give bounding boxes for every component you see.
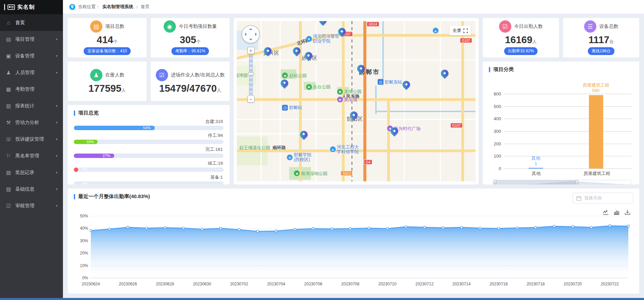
attendance-data-point[interactable]: [497, 227, 499, 229]
attendance-data-point[interactable]: [90, 229, 92, 231]
attendance-data-point[interactable]: [331, 228, 333, 230]
project-marker-icon[interactable]: ◆: [264, 47, 271, 55]
attendance-data-point[interactable]: [201, 228, 203, 230]
attendance-data-point[interactable]: [553, 225, 555, 227]
attendance-data-point[interactable]: [127, 226, 129, 228]
project-marker-icon[interactable]: ◆: [300, 131, 308, 138]
pan-down-icon[interactable]: [249, 39, 252, 40]
attendance-data-point[interactable]: [294, 228, 296, 230]
attendance-data-point[interactable]: [275, 230, 277, 232]
category-y-tick: 200: [494, 141, 501, 146]
category-bar-房屋建筑工程[interactable]: [589, 95, 603, 169]
calendar-check-icon: ☑: [156, 69, 168, 81]
sidebar-item-home[interactable]: ⌂首页: [0, 14, 63, 31]
map-label-icon: ▴: [433, 28, 439, 34]
sidebar-item-attendance[interactable]: ▦考勤管理: [0, 81, 63, 98]
project-marker-icon[interactable]: ◆: [350, 111, 358, 119]
download-icon[interactable]: [625, 210, 630, 215]
attendance-data-point[interactable]: [182, 227, 184, 229]
overview-row-label: 停工:94: [74, 133, 224, 139]
datazoom-handle-left[interactable]: [494, 180, 496, 184]
attendance-data-point[interactable]: [423, 226, 425, 228]
attendance-data-point[interactable]: [460, 226, 462, 228]
project-marker-icon[interactable]: ◆: [319, 21, 327, 24]
pan-up-icon[interactable]: [249, 28, 252, 30]
attendance-data-point[interactable]: [516, 227, 518, 229]
attendance-data-point[interactable]: [312, 228, 314, 230]
map-label-line: 邯郸东站: [384, 80, 402, 84]
breadcrumb-system[interactable]: 实名制管理系统: [102, 4, 133, 10]
sidebar-item-report[interactable]: ▥报表统计▾: [0, 98, 63, 114]
attendance-icon: ▦: [5, 86, 12, 92]
map-label-邯郸学院: ▴邯郸学院(西校区): [287, 153, 311, 162]
datazoom-handle-right[interactable]: [576, 180, 578, 184]
overview-row-label: 竣工:19: [74, 160, 224, 166]
zoom-out-button[interactable]: −: [247, 95, 254, 103]
park-icon: ♣: [294, 171, 300, 176]
attendance-data-point[interactable]: [238, 228, 240, 230]
marker-cube-icon: ◆: [266, 48, 269, 52]
road-shield-S313: S313: [341, 171, 352, 176]
pan-left-icon[interactable]: [245, 33, 246, 36]
stat-card-label: 进场作业人数/在岗总人数: [171, 72, 225, 78]
audit-icon: ☑: [5, 203, 12, 209]
sidebar-item-labor[interactable]: ⚒劳动力分析▾: [0, 114, 63, 131]
attendance-data-point[interactable]: [257, 230, 259, 232]
project-marker-icon[interactable]: ◆: [338, 28, 346, 35]
attendance-data-point[interactable]: [164, 227, 166, 229]
attendance-data-point[interactable]: [627, 225, 629, 227]
attendance-data-point[interactable]: [609, 225, 611, 227]
map-road: [316, 21, 317, 181]
zoom-slider-track[interactable]: [249, 55, 253, 95]
project-marker-icon[interactable]: ◆: [391, 127, 398, 135]
attendance-data-point[interactable]: [368, 227, 370, 229]
map-road: [387, 98, 390, 181]
attendance-data-point[interactable]: [479, 227, 481, 229]
attendance-data-point[interactable]: [349, 227, 351, 229]
map-label-line: 学科信学院: [337, 149, 359, 154]
sidebar-item-baseinfo[interactable]: ▨基础信息▾: [0, 181, 63, 197]
attendance-data-point[interactable]: [405, 226, 407, 228]
attendance-data-point[interactable]: [590, 226, 592, 228]
attendance-data-point[interactable]: [145, 227, 147, 229]
project-marker-icon[interactable]: ◆: [402, 81, 410, 88]
sidebar-item-blacklist[interactable]: ⚐黑名单管理▾: [0, 147, 63, 164]
project-overview-panel: 项目总览 在建:31954%停工:9416%完工:16127%竣工:193%筹备…: [68, 105, 230, 184]
month-picker[interactable]: 选择月份: [573, 193, 633, 204]
category-gridline: [504, 156, 632, 156]
attendance-data-point[interactable]: [534, 226, 536, 228]
stat-card-onsite-people: ☑进场作业人数/在岗总人数15479/47670人: [151, 61, 230, 101]
sidebar-item-reward[interactable]: ▧奖惩记录▾: [0, 164, 63, 181]
project-marker-icon[interactable]: ◆: [441, 70, 448, 77]
attendance-data-point[interactable]: [442, 227, 444, 229]
zoom-in-button[interactable]: +: [247, 47, 254, 54]
chevron-down-icon: ▾: [56, 54, 57, 58]
sidebar-item-complaint[interactable]: ☏投诉建议管理▾: [0, 131, 63, 147]
attendance-data-point[interactable]: [219, 227, 221, 229]
stat-card-header: ☑今日出勤人数: [499, 20, 543, 33]
fullscreen-button[interactable]: 全屏: [449, 26, 471, 35]
sidebar-item-project[interactable]: ▤项目管理▾: [0, 31, 63, 48]
attendance-data-point[interactable]: [572, 226, 574, 228]
datazoom-slider[interactable]: [492, 179, 632, 184]
project-marker-icon[interactable]: ◆: [281, 80, 288, 87]
pan-right-icon[interactable]: [255, 33, 257, 36]
project-marker-icon[interactable]: ◆: [305, 52, 312, 59]
title-accent-bar: [489, 67, 490, 72]
map-pan-control[interactable]: [242, 25, 260, 43]
line-chart-icon[interactable]: [603, 210, 609, 215]
bar-chart-icon[interactable]: [614, 210, 620, 215]
category-bar-label: 其他1: [531, 156, 540, 167]
map[interactable]: 北环路人民东路南环路邯郸市复兴区丛台区邯山区♣赵苑公园♣丛台公园♣龙湖公园♣南湖…: [237, 21, 476, 181]
sidebar-item-personnel[interactable]: ♟人员管理▾: [0, 64, 63, 81]
sidebar-item-audit[interactable]: ☑审核管理▾: [0, 197, 63, 214]
breadcrumb-current[interactable]: 首页: [141, 4, 150, 10]
attendance-data-point[interactable]: [108, 228, 110, 230]
project-marker-icon[interactable]: ◆: [293, 47, 300, 55]
attendance-data-point[interactable]: [386, 227, 389, 229]
datazoom-selection[interactable]: [495, 180, 577, 184]
overview-row-竣工: 竣工:193%: [74, 160, 224, 172]
sidebar-item-device[interactable]: ▣设备管理▾: [0, 48, 63, 64]
zoom-slider-handle[interactable]: [248, 72, 254, 75]
project-marker-icon[interactable]: ◆: [357, 65, 365, 72]
